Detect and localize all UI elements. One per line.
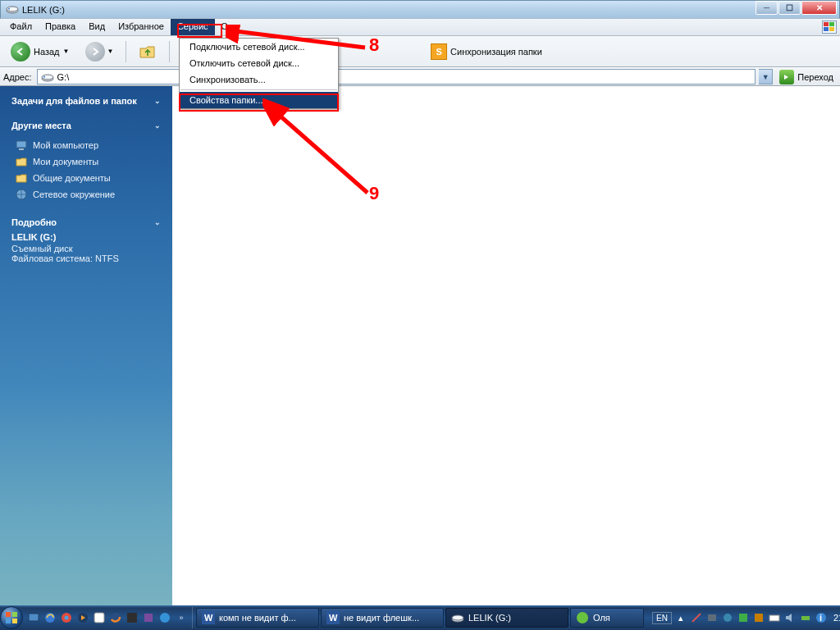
windows-flag-icon[interactable] [822,21,837,34]
folder-up-icon [139,43,157,61]
tools-dropdown-menu: Подключить сетевой диск... Отключить сет… [179,38,339,109]
sync-folder-button[interactable]: S Синхронизация папки [425,41,548,62]
tasks-pane-header[interactable]: Задачи для файлов и папок ⌄ [3,93,169,109]
drive-icon [41,71,54,83]
sidebar-item-shared-documents[interactable]: Общие документы [15,170,164,186]
svg-point-24 [65,616,69,620]
svg-rect-4 [829,22,834,26]
ql-ie-icon[interactable] [43,610,57,625]
svg-rect-17 [6,612,11,617]
menu-favorites[interactable]: Избранное [112,19,171,35]
toolbar-separator [169,41,170,62]
menu-item-disconnect-drive[interactable]: Отключить сетевой диск... [180,55,338,71]
svg-rect-5 [824,27,829,31]
tray-icon[interactable] [737,611,750,624]
sidebar-item-network[interactable]: Сетевое окружение [15,186,164,203]
svg-rect-26 [94,613,104,623]
folders-button[interactable] [133,41,162,62]
sidebar: Задачи для файлов и папок ⌄ Другие места… [0,86,172,624]
back-arrow-icon [11,42,30,62]
sidebar-item-my-computer[interactable]: Мой компьютер [15,137,164,153]
back-button[interactable]: Назад ▼ [5,41,75,62]
taskbar-item-word-2[interactable]: W не видит флешк... [321,608,444,628]
svg-text:i: i [819,613,822,623]
sidebar-item-label: Мой компьютер [33,140,98,150]
svg-text:W: W [204,613,213,623]
address-value: G:\ [57,72,70,82]
start-button[interactable] [0,605,23,630]
svg-rect-18 [12,612,17,617]
menu-separator [180,89,337,90]
tray-icon[interactable]: ▴ [674,611,687,624]
ql-app-icon[interactable] [92,610,107,625]
menu-item-map-drive[interactable]: Подключить сетевой диск... [180,39,338,55]
details-pane-header[interactable]: Подробно ⌄ [3,214,169,231]
menu-edit[interactable]: Правка [39,19,82,35]
svg-rect-40 [739,614,747,622]
back-label: Назад [34,47,60,57]
taskbar-item-label: LELIK (G:) [468,613,511,623]
sidebar-item-label: Общие документы [33,173,111,183]
ql-show-desktop-icon[interactable] [26,610,41,625]
tray-icon[interactable] [705,611,719,624]
taskbar: » W комп не видит ф... W не видит флешк.… [0,605,840,630]
svg-rect-6 [829,27,834,31]
svg-rect-42 [769,615,779,621]
address-bar: Адрес: G:\ ▼ Переход [0,67,840,86]
tray-icon[interactable] [721,611,734,624]
forward-button[interactable]: ▼ [80,41,119,62]
go-button[interactable]: Переход [776,69,837,85]
ql-app-icon[interactable] [141,610,156,625]
svg-rect-3 [824,22,829,26]
tray-info-icon[interactable]: i [815,611,828,624]
taskbar-item-label: не видит флешк... [344,613,419,623]
menu-view[interactable]: Вид [82,19,112,35]
svg-rect-2 [8,8,10,10]
menu-file[interactable]: Файл [3,19,39,35]
menu-item-synchronize[interactable]: Синхронизовать... [180,71,338,88]
details-pane: Подробно ⌄ LELIK (G:) Съемный диск Файло… [3,214,169,265]
menu-help-fragment[interactable]: Сп [215,19,240,35]
address-input[interactable]: G:\ [37,69,756,84]
taskbar-item-word-1[interactable]: W комп не видит ф... [196,608,319,628]
taskbar-item-explorer[interactable]: LELIK (G:) [445,608,568,628]
windows-orb-icon [0,606,23,629]
sync-folder-label: Синхронизация папки [450,47,542,57]
maximize-button[interactable]: ☐ [778,1,801,15]
window-title: LELIK (G:) [22,5,65,15]
network-icon [15,188,28,201]
ql-media-player-icon[interactable] [75,610,90,625]
taskbar-item-chat[interactable]: Оля [570,608,644,628]
tray-icon[interactable] [768,611,781,624]
svg-rect-43 [801,616,810,620]
details-title: LELIK (G:) [11,232,161,242]
ql-app-icon[interactable] [125,610,139,625]
address-dropdown-button[interactable]: ▼ [759,69,773,84]
places-pane-header[interactable]: Другие места ⌄ [3,117,169,134]
ql-chrome-icon[interactable] [59,610,74,625]
ql-app-icon[interactable] [158,610,172,625]
svg-point-36 [452,615,463,620]
details-filesystem: Файловая система: NTFS [11,253,161,263]
minimize-button[interactable]: ─ [756,1,778,15]
go-label: Переход [797,72,833,82]
language-indicator[interactable]: EN [652,612,672,624]
ql-firefox-icon[interactable] [108,610,123,625]
tray-icon[interactable] [752,611,765,624]
close-button[interactable]: ✕ [801,1,837,15]
details-header-label: Подробно [11,217,57,227]
chevron-down-icon: ⌄ [154,121,161,130]
tray-volume-icon[interactable] [783,611,797,624]
folder-content-area[interactable] [172,86,840,624]
navigation-toolbar: Назад ▼ ▼ S Синхронизация папки [0,36,840,67]
taskbar-clock[interactable]: 21:01 [830,613,840,623]
sidebar-item-my-documents[interactable]: Мои документы [15,153,164,170]
sidebar-item-label: Сетевое окружение [33,189,115,199]
ql-chevron-icon[interactable]: » [174,610,189,625]
tray-icon[interactable] [690,611,703,624]
menu-tools[interactable]: Сервис [171,19,215,35]
tray-safely-remove-icon[interactable] [799,611,812,624]
menu-item-folder-options[interactable]: Свойства папки... [180,92,338,108]
forward-arrow-icon [85,42,105,62]
folder-icon [15,155,28,168]
